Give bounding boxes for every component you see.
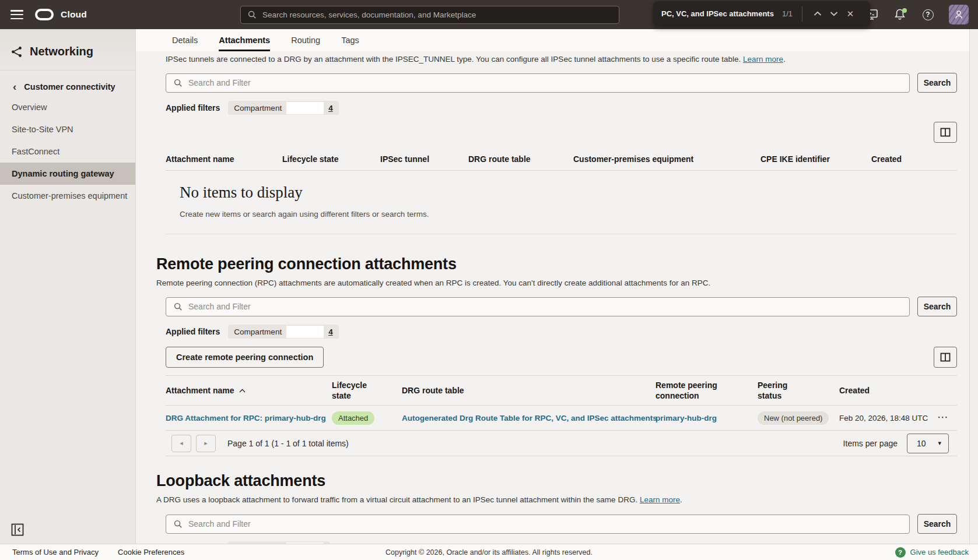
column-header[interactable]: Lifecycle state — [282, 154, 380, 164]
hamburger-menu-icon[interactable] — [10, 10, 23, 19]
resource-tabs: Details Attachments Routing Tags — [136, 29, 978, 51]
tab-details[interactable]: Details — [172, 29, 198, 51]
pagination-summary: Page 1 of 1 (1 - 1 of 1 total items) — [227, 439, 349, 448]
tab-attachments[interactable]: Attachments — [219, 29, 270, 51]
empty-state-title: No items to display — [180, 184, 957, 202]
topbar: Cloud Search resources, services, docume… — [0, 0, 978, 29]
items-per-page-control: Items per page 10 ▾ — [843, 434, 949, 453]
topbar-icons: ? — [865, 0, 969, 29]
ipsec-search-button[interactable]: Search — [917, 73, 957, 93]
attachment-name-link[interactable]: DRG Attachment for RPC: primary-hub-drg — [166, 414, 326, 422]
loopback-search-button[interactable]: Search — [917, 514, 957, 534]
ipsec-search-row: Search and Filter Search — [166, 73, 957, 93]
compartment-filter-chip: Compartment 4 — [228, 325, 338, 339]
scrollbar-track[interactable] — [969, 29, 978, 544]
collapse-sidebar-button[interactable] — [10, 523, 24, 537]
sidebar-item-fastconnect[interactable]: FastConnect — [0, 140, 135, 163]
help-icon: ? — [923, 9, 934, 20]
column-header[interactable]: Created — [839, 385, 930, 396]
tab-label: Attachments — [219, 36, 270, 45]
ipsec-table-toolbar — [166, 122, 957, 143]
column-header[interactable]: CPE IKE identifier — [760, 154, 871, 164]
rpc-search-input[interactable]: Search and Filter — [166, 297, 910, 316]
search-icon — [174, 302, 183, 311]
divider — [802, 6, 802, 22]
column-header[interactable]: DRG route table — [402, 385, 655, 396]
learn-more-link[interactable]: Learn more — [640, 495, 680, 504]
sidebar-group-label: Customer connectivity — [24, 82, 115, 91]
column-header[interactable]: DRG route table — [468, 154, 573, 164]
tab-routing[interactable]: Routing — [291, 29, 320, 51]
sidebar-item-customer-premises-equipment[interactable]: Customer-premises equipment — [0, 185, 135, 207]
sidebar-item-site-to-site-vpn[interactable]: Site-to-Site VPN — [0, 118, 135, 140]
empty-state-subtitle: Create new items or search again using d… — [180, 210, 957, 228]
sidebar-title: Networking — [30, 45, 93, 58]
tab-label: Routing — [291, 36, 320, 45]
manage-columns-button[interactable] — [934, 122, 957, 143]
column-header[interactable]: Peering status — [758, 380, 839, 401]
search-icon — [174, 79, 183, 87]
help-button[interactable]: ? — [921, 8, 935, 22]
previous-page-icon: ◂ — [180, 439, 183, 447]
rpc-section-description: Remote peering connection (RPC) attachme… — [156, 278, 957, 288]
find-close-button[interactable]: ✕ — [842, 6, 858, 22]
applied-filters-label: Applied filters — [166, 103, 220, 112]
loopback-section-description: A DRG uses a loopback attachment to forw… — [156, 495, 957, 505]
cookie-preferences-link[interactable]: Cookie Preferences — [118, 548, 184, 557]
column-header-label: Attachment name — [166, 385, 234, 396]
column-header[interactable]: Created — [871, 154, 957, 164]
oracle-cloud-logo[interactable]: Cloud — [35, 0, 87, 29]
sidebar-item-label: FastConnect — [12, 147, 59, 156]
global-search-placeholder: Search resources, services, documentatio… — [262, 10, 476, 19]
oracle-logo-icon — [35, 9, 54, 20]
filter-chip-count[interactable]: 4 — [328, 327, 333, 336]
search-placeholder: Search and Filter — [188, 519, 251, 529]
global-search-input[interactable]: Search resources, services, documentatio… — [240, 6, 619, 24]
column-header[interactable]: Remote peering connection — [655, 380, 758, 401]
find-in-page-bar: PC, VC, and IPSec attachments 1/1 ✕ — [653, 1, 870, 26]
find-previous-button[interactable] — [809, 6, 826, 22]
next-page-icon: ▸ — [204, 439, 208, 447]
terms-link[interactable]: Terms of Use and Privacy — [12, 548, 99, 557]
sidebar: Networking ‹ Customer connectivity Overv… — [0, 29, 136, 544]
give-feedback-link[interactable]: ? Give us feedback — [895, 547, 978, 558]
compartment-name-redacted — [286, 326, 324, 338]
remote-peering-connection-link[interactable]: primary-hub-drg — [655, 414, 717, 422]
tab-tags[interactable]: Tags — [341, 29, 359, 51]
back-chevron-icon[interactable]: ‹ — [13, 83, 16, 91]
chevron-up-icon — [814, 11, 822, 16]
row-actions-menu-icon[interactable]: ⋯ — [937, 411, 949, 423]
brand-label: Cloud — [61, 9, 87, 20]
compartment-filter-chip: Compartment 4 — [228, 101, 338, 115]
user-avatar[interactable] — [949, 5, 969, 24]
user-icon — [954, 9, 964, 20]
sidebar-header: Networking — [0, 29, 135, 71]
column-header[interactable]: IPSec tunnel — [380, 154, 468, 164]
column-header[interactable]: Customer-premises equipment — [573, 154, 760, 164]
drg-route-table-link[interactable]: Autogenerated Drg Route Table for RPC, V… — [402, 414, 657, 422]
rpc-search-button[interactable]: Search — [917, 297, 957, 316]
networking-icon — [10, 45, 23, 58]
peering-status-badge: New (not peered) — [758, 411, 829, 425]
applied-filters-label: Applied filters — [166, 327, 220, 336]
find-next-button[interactable] — [826, 6, 842, 22]
column-header[interactable]: Lifecycle state — [332, 380, 402, 401]
ipsec-search-input[interactable]: Search and Filter — [166, 73, 910, 93]
rpc-pagination: ◂ ▸ Page 1 of 1 (1 - 1 of 1 total items)… — [166, 431, 957, 456]
next-page-button[interactable]: ▸ — [196, 435, 216, 452]
column-header[interactable]: Attachment name — [166, 154, 282, 164]
rpc-table-header: Attachment name Lifecycle state DRG rout… — [166, 375, 957, 406]
manage-columns-button[interactable] — [934, 347, 957, 368]
sidebar-item-overview[interactable]: Overview — [0, 96, 135, 118]
notifications-button[interactable] — [893, 8, 907, 22]
sidebar-item-dynamic-routing-gateway[interactable]: Dynamic routing gateway — [0, 163, 135, 185]
tab-label: Tags — [341, 36, 359, 45]
search-placeholder: Search and Filter — [188, 302, 251, 311]
column-header-sorted[interactable]: Attachment name — [166, 385, 332, 396]
create-remote-peering-connection-button[interactable]: Create remote peering connection — [166, 347, 324, 368]
loopback-search-input[interactable]: Search and Filter — [166, 515, 910, 534]
previous-page-button[interactable]: ◂ — [171, 435, 191, 452]
filter-chip-count[interactable]: 4 — [328, 104, 333, 112]
learn-more-link[interactable]: Learn more — [743, 55, 783, 64]
items-per-page-select[interactable]: 10 ▾ — [907, 434, 949, 453]
